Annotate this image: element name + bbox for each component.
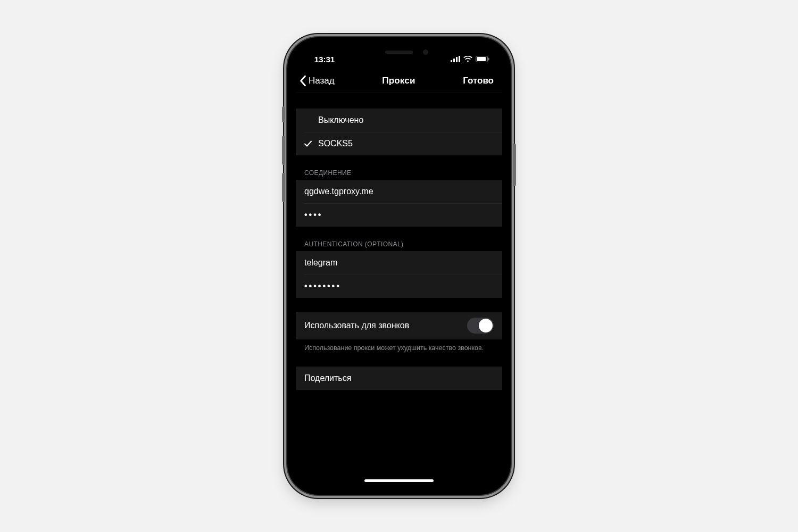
- status-icons: [451, 53, 489, 62]
- content: Выключено SOCKS5 СОЕДИНЕНИЕ: [296, 93, 502, 390]
- option-label: SOCKS5: [318, 139, 353, 148]
- auth-group: AUTHENTICATION (OPTIONAL): [296, 240, 502, 298]
- chevron-left-icon: [298, 75, 307, 87]
- silent-switch: [282, 106, 285, 122]
- phone-frame: 13:31: [287, 37, 511, 495]
- volume-down-button: [282, 173, 285, 202]
- host-input[interactable]: [304, 187, 494, 196]
- use-for-calls-cell[interactable]: Использовать для звонков: [296, 312, 502, 339]
- password-input[interactable]: [304, 281, 494, 291]
- notch: [346, 46, 452, 62]
- toggle-knob: [479, 319, 493, 332]
- port-input[interactable]: [304, 210, 494, 220]
- wifi-icon: [463, 56, 472, 62]
- back-button[interactable]: Назад: [298, 75, 335, 87]
- share-label: Поделиться: [304, 373, 351, 383]
- check-icon: [303, 139, 313, 148]
- port-cell[interactable]: [296, 203, 502, 227]
- volume-up-button: [282, 136, 285, 165]
- home-indicator[interactable]: [364, 479, 434, 482]
- share-button[interactable]: Поделиться: [296, 367, 502, 390]
- option-disabled[interactable]: Выключено: [296, 109, 502, 132]
- cellular-icon: [451, 56, 460, 62]
- back-label: Назад: [309, 76, 335, 86]
- proxy-type-group: Выключено SOCKS5: [296, 109, 502, 155]
- username-cell[interactable]: [296, 251, 502, 275]
- status-time: 13:31: [309, 52, 340, 64]
- toggle-label: Использовать для звонков: [304, 321, 409, 330]
- svg-rect-0: [451, 60, 452, 62]
- done-button[interactable]: Готово: [463, 76, 497, 86]
- group-footer: Использование прокси может ухудшить каче…: [296, 339, 502, 353]
- calls-group: Использовать для звонков Использование п…: [296, 312, 502, 353]
- svg-rect-1: [453, 59, 455, 62]
- page-title: Прокси: [382, 76, 415, 86]
- option-label: Выключено: [318, 115, 363, 125]
- connection-group: СОЕДИНЕНИЕ: [296, 169, 502, 227]
- check-icon: [303, 115, 313, 125]
- username-input[interactable]: [304, 258, 494, 268]
- svg-rect-5: [477, 57, 486, 61]
- group-header: СОЕДИНЕНИЕ: [296, 169, 502, 180]
- option-socks5[interactable]: SOCKS5: [296, 132, 502, 155]
- svg-rect-2: [456, 57, 458, 62]
- screen: 13:31: [296, 46, 502, 486]
- host-cell[interactable]: [296, 180, 502, 203]
- group-header: AUTHENTICATION (OPTIONAL): [296, 240, 502, 251]
- share-group: Поделиться: [296, 367, 502, 390]
- password-cell[interactable]: [296, 275, 502, 298]
- svg-rect-6: [488, 58, 489, 61]
- use-for-calls-toggle[interactable]: [467, 318, 494, 334]
- nav-bar: Назад Прокси Готово: [296, 69, 502, 93]
- svg-rect-3: [459, 56, 460, 62]
- battery-icon: [476, 56, 489, 62]
- power-button: [513, 144, 516, 186]
